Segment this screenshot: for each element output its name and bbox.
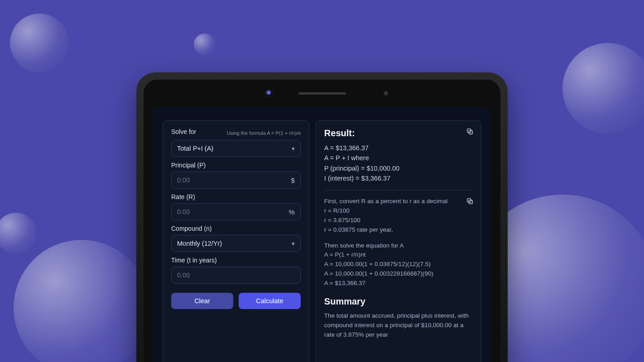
bg-bubble bbox=[14, 240, 149, 362]
time-input[interactable] bbox=[177, 272, 295, 279]
result-line: I (interest) = $3,366.37 bbox=[324, 173, 473, 183]
work-line: A = $13,366.37 bbox=[324, 279, 473, 288]
clear-button-label: Clear bbox=[194, 297, 210, 305]
compound-value: Monthly (12/Yr) bbox=[177, 240, 222, 247]
work-line: First, convert R as a percent to r as a … bbox=[324, 197, 473, 206]
rate-label: Rate (R) bbox=[171, 193, 301, 200]
chevron-down-icon: ▾ bbox=[292, 145, 295, 152]
bg-bubble bbox=[0, 213, 36, 253]
calculate-button-label: Calculate bbox=[256, 297, 283, 305]
compound-select[interactable]: Monthly (12/Yr) ▾ bbox=[171, 235, 301, 252]
work-line: r = R/100 bbox=[324, 206, 473, 216]
result-panel: Result: A = $13,366.37 A = P + I where P… bbox=[316, 120, 481, 362]
result-lines: A = $13,366.37 A = P + I where P (princi… bbox=[324, 143, 473, 191]
work-line: A = 10,000.00(1 + 0.03875/12)(12)(7.5) bbox=[324, 260, 473, 269]
result-title: Result: bbox=[324, 128, 473, 138]
copy-result-button[interactable] bbox=[465, 127, 475, 137]
work-line: A = P(1 + r/n)nt bbox=[324, 250, 473, 260]
time-field[interactable] bbox=[171, 267, 301, 284]
bg-bubble bbox=[194, 33, 216, 55]
light-sensor-icon bbox=[384, 91, 388, 95]
tablet-bezel: Solve for Using the formula A = P(1 + r/… bbox=[144, 80, 500, 362]
copy-work-button[interactable] bbox=[465, 197, 475, 207]
solve-for-select[interactable]: Total P+I (A) ▾ bbox=[171, 140, 301, 157]
solve-for-label: Solve for bbox=[171, 128, 196, 135]
principal-label: Principal (P) bbox=[171, 162, 301, 169]
percent-suffix: % bbox=[288, 208, 294, 216]
tablet-frame: Solve for Using the formula A = P(1 + r/… bbox=[136, 72, 508, 362]
result-line: A = P + I where bbox=[324, 153, 473, 163]
bg-bubble bbox=[10, 14, 69, 72]
clear-button[interactable]: Clear bbox=[171, 293, 233, 309]
result-line: A = $13,366.37 bbox=[324, 143, 473, 153]
speaker-grille-icon bbox=[298, 92, 346, 95]
copy-icon bbox=[466, 128, 474, 137]
work-line: A = 10,000.00(1 + 0.003229166667)(90) bbox=[324, 269, 473, 279]
result-line: P (principal) = $10,000.00 bbox=[324, 163, 473, 173]
copy-icon bbox=[466, 197, 474, 207]
time-label: Time (t in years) bbox=[171, 257, 301, 264]
work-line: Then solve the equation for A bbox=[324, 241, 473, 251]
rate-field[interactable]: % bbox=[171, 203, 301, 220]
work-line: r = 3.875/100 bbox=[324, 216, 473, 225]
app-screen: Solve for Using the formula A = P(1 + r/… bbox=[153, 107, 491, 362]
work-section: First, convert R as a percent to r as a … bbox=[324, 191, 473, 340]
calculate-button[interactable]: Calculate bbox=[239, 293, 301, 309]
rate-input[interactable] bbox=[177, 208, 285, 215]
bg-bubble bbox=[562, 43, 644, 133]
chevron-down-icon: ▾ bbox=[292, 240, 295, 247]
summary-text: The total amount accrued, principal plus… bbox=[324, 311, 473, 340]
input-panel: Solve for Using the formula A = P(1 + r/… bbox=[163, 120, 309, 362]
compound-label: Compound (n) bbox=[171, 225, 301, 232]
work-line: r = 0.03875 rate per year, bbox=[324, 225, 473, 235]
sensor-bar bbox=[144, 80, 500, 107]
front-camera-icon bbox=[266, 90, 272, 96]
summary-title: Summary bbox=[324, 295, 473, 309]
dollar-suffix: $ bbox=[291, 176, 294, 184]
formula-hint: Using the formula A = P(1 + r/n)nt bbox=[227, 130, 301, 136]
principal-input[interactable] bbox=[177, 176, 287, 184]
solve-for-value: Total P+I (A) bbox=[177, 145, 213, 152]
principal-field[interactable]: $ bbox=[171, 171, 301, 189]
